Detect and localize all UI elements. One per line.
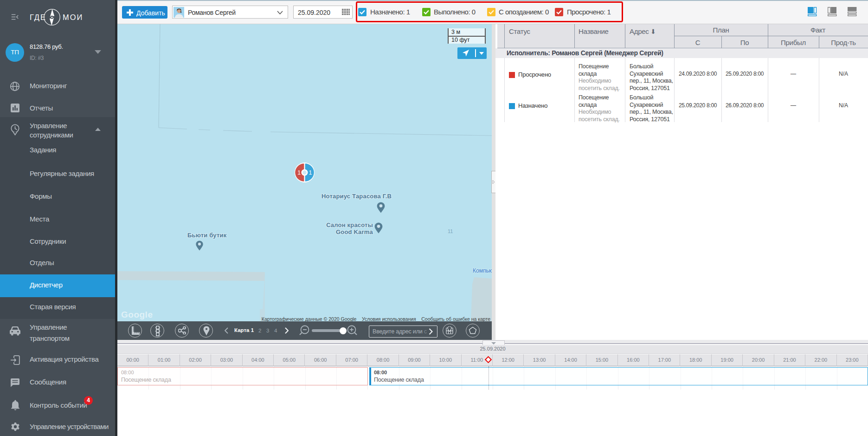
- svg-text:1: 1: [309, 169, 312, 176]
- svg-text:1: 1: [297, 169, 301, 176]
